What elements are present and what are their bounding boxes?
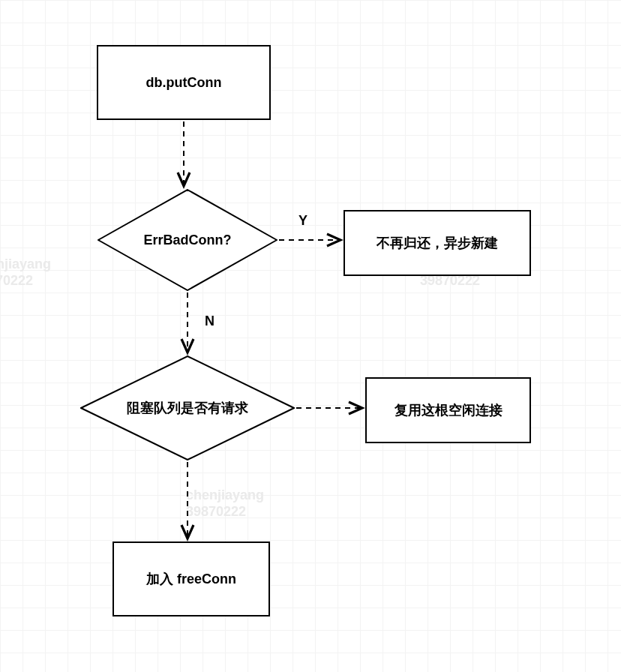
edge-label-n: N: [205, 314, 214, 329]
node-start: db.putConn: [97, 45, 271, 120]
node-end-label: 加入 freeConn: [146, 570, 236, 588]
watermark: chenjiayang39870222: [0, 256, 51, 289]
node-start-label: db.putConn: [146, 75, 222, 91]
watermark: chenjiayang39870222: [186, 488, 264, 520]
edge-label-y: Y: [298, 213, 308, 229]
node-reuse-idle-conn: 复用这根空闲连接: [365, 377, 531, 443]
node-r1-label: 不再归还，异步新建: [376, 234, 498, 252]
node-r2-label: 复用这根空闲连接: [394, 401, 502, 419]
node-add-freeconn: 加入 freeConn: [112, 542, 270, 616]
connectors: [0, 0, 621, 672]
node-no-return-async-new: 不再归还，异步新建: [344, 210, 531, 276]
node-d2-label: 阻塞队列是否有请求: [127, 399, 248, 417]
node-d1-label: ErrBadConn?: [144, 232, 232, 248]
